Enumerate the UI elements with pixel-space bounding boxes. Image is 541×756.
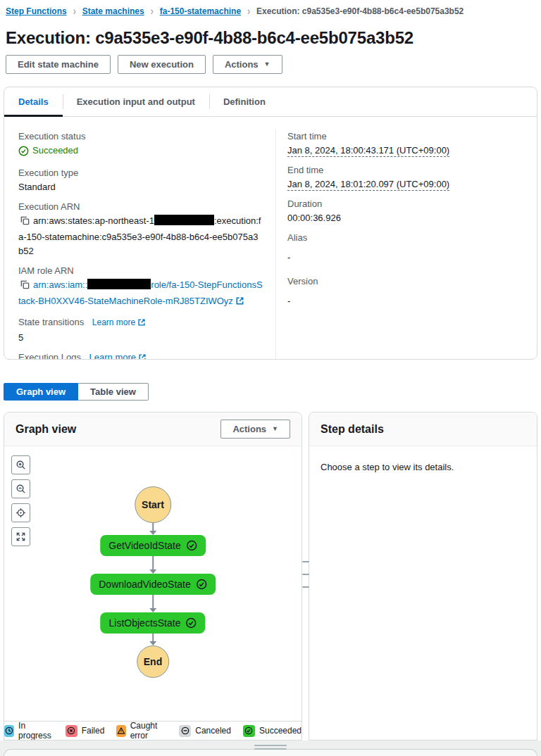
execution-type-value: Standard xyxy=(18,180,263,194)
version-field: Version - xyxy=(287,275,526,308)
breadcrumb-current-execution: Execution: c9a535e3-e90f-4b88-b6c4-ee5b0… xyxy=(256,6,464,16)
table-view-toggle[interactable]: Table view xyxy=(78,383,149,401)
edit-state-machine-button[interactable]: Edit state machine xyxy=(6,55,111,74)
graph-split-container: Graph view Actions ▼ xyxy=(4,412,537,741)
tab-definition[interactable]: Definition xyxy=(209,87,280,116)
execution-details-card: Details Execution input and output Defin… xyxy=(4,87,537,360)
failed-x-circle-icon xyxy=(66,725,77,737)
tab-bar: Details Execution input and output Defin… xyxy=(4,87,537,117)
flow-edge xyxy=(149,595,156,612)
step-details-title: Step details xyxy=(321,423,384,436)
breadcrumb-state-machines[interactable]: State machines xyxy=(82,6,144,16)
flow-node-listobjectsstate[interactable]: ListObjectsState xyxy=(101,612,206,634)
execution-logs-label: Execution Logs xyxy=(18,352,81,360)
new-execution-button[interactable]: New execution xyxy=(118,55,206,74)
flow-node-start[interactable]: Start xyxy=(135,486,171,523)
actions-button[interactable]: Actions ▼ xyxy=(213,55,282,74)
redaction-box xyxy=(154,215,214,225)
flow-node-getvideoidstate[interactable]: GetVideoIdState xyxy=(100,535,205,556)
legend-label: Canceled xyxy=(195,726,231,736)
details-right-column: Start time Jan 8, 2024, 18:00:43.171 (UT… xyxy=(276,130,526,360)
execution-type-field: Execution type Standard xyxy=(18,166,263,194)
divider-grip-icon xyxy=(302,561,309,588)
state-machine-flow: Start GetVideoIdState DownloadVideoState… xyxy=(90,486,216,678)
chevron-right-icon: › xyxy=(73,5,76,18)
state-transitions-field: State transitions Learn more 5 xyxy=(18,315,263,345)
details-left-column: Execution status Succeeded Execution typ… xyxy=(18,130,276,360)
panel-resize-divider[interactable] xyxy=(302,412,309,741)
execution-logs-field: Execution Logs Learn more CloudWatch Log… xyxy=(18,351,263,360)
caret-down-icon: ▼ xyxy=(272,423,278,435)
legend-canceled: Canceled xyxy=(179,725,231,737)
copy-icon[interactable] xyxy=(20,215,30,230)
alias-field: Alias - xyxy=(287,231,526,265)
center-target-icon xyxy=(15,508,26,518)
end-time-field: End time Jan 8, 2024, 18:01:20.097 (UTC+… xyxy=(287,163,526,191)
execution-arn-label: Execution ARN xyxy=(18,200,263,214)
alias-label: Alias xyxy=(287,231,526,245)
succeeded-check-icon xyxy=(196,579,207,590)
end-time-label: End time xyxy=(287,163,526,177)
succeeded-check-icon xyxy=(185,617,197,629)
step-details-panel: Step details Choose a step to view its d… xyxy=(309,412,537,741)
tab-execution-input-output[interactable]: Execution input and output xyxy=(63,87,209,116)
flow-node-downloadvideostate[interactable]: DownloadVideoState xyxy=(90,574,216,595)
iam-role-arn-label: IAM role ARN xyxy=(18,264,263,278)
execution-type-label: Execution type xyxy=(18,166,263,180)
state-transitions-learn-more-link[interactable]: Learn more xyxy=(92,317,146,327)
legend-succeeded: Succeeded xyxy=(243,725,301,737)
duration-label: Duration xyxy=(287,197,526,211)
fit-to-screen-button[interactable] xyxy=(11,527,30,546)
external-link-icon xyxy=(137,317,146,331)
start-time-field: Start time Jan 8, 2024, 18:00:43.171 (UT… xyxy=(287,130,526,158)
copy-icon[interactable] xyxy=(20,279,30,294)
legend-caught-error: Caught error xyxy=(116,721,167,741)
expand-arrows-icon xyxy=(15,531,26,542)
state-node-label: ListObjectsState xyxy=(109,617,181,629)
execution-arn-prefix: arn:aws:states:ap-northeast-1 xyxy=(33,215,154,226)
breadcrumb-step-functions[interactable]: Step Functions xyxy=(6,6,67,16)
execution-arn-field: Execution ARN arn:aws:states:ap-northeas… xyxy=(18,200,263,258)
legend-label: Caught error xyxy=(130,721,168,741)
collapsed-bottom-panel[interactable] xyxy=(4,749,537,756)
breadcrumb: Step Functions › State machines › fa-150… xyxy=(0,0,541,16)
in-progress-clock-icon xyxy=(4,725,14,737)
actions-button-label: Actions xyxy=(225,58,259,70)
success-check-circle-icon xyxy=(18,146,29,156)
end-time-value: Jan 8, 2024, 18:01:20.097 (UTC+09:00) xyxy=(287,179,449,191)
status-badge: Succeeded xyxy=(18,144,78,158)
external-link-icon xyxy=(235,296,244,310)
flow-node-end[interactable]: End xyxy=(137,645,169,678)
zoom-in-button[interactable] xyxy=(11,455,30,474)
graph-canvas[interactable]: Start GetVideoIdState DownloadVideoState… xyxy=(4,446,301,721)
legend-label: In progress xyxy=(18,721,54,741)
graph-actions-label: Actions xyxy=(232,423,266,435)
legend-label: Failed xyxy=(82,726,105,736)
legend-label: Succeeded xyxy=(259,726,301,736)
tab-details[interactable]: Details xyxy=(4,87,63,116)
start-time-label: Start time xyxy=(287,130,526,144)
graph-view-toggle[interactable]: Graph view xyxy=(4,383,78,401)
bottom-panel-band xyxy=(0,741,541,756)
zoom-out-icon xyxy=(15,484,26,494)
view-toggle: Graph view Table view xyxy=(4,383,149,401)
step-details-empty-message: Choose a step to view its details. xyxy=(309,446,537,489)
start-time-value: Jan 8, 2024, 18:00:43.171 (UTC+09:00) xyxy=(287,145,449,157)
toolbar: Edit state machine New execution Actions… xyxy=(6,55,535,74)
breadcrumb-statemachine[interactable]: fa-150-statemachine xyxy=(160,6,241,16)
graph-zoom-controls xyxy=(11,455,30,546)
chevron-right-icon: › xyxy=(247,5,250,18)
succeeded-check-icon xyxy=(186,540,197,551)
graph-view-panel: Graph view Actions ▼ xyxy=(4,412,302,741)
graph-actions-button[interactable]: Actions ▼ xyxy=(220,420,290,439)
execution-logs-learn-more-link[interactable]: Learn more xyxy=(89,352,147,360)
duration-value: 00:00:36.926 xyxy=(287,211,526,225)
version-label: Version xyxy=(287,275,526,289)
caret-down-icon: ▼ xyxy=(264,58,270,70)
center-graph-button[interactable] xyxy=(11,503,30,522)
graph-legend: In progress Failed Caught error Canceled xyxy=(4,721,301,740)
zoom-out-button[interactable] xyxy=(11,479,30,498)
horizontal-resize-handle[interactable] xyxy=(254,745,287,750)
iam-role-arn-link[interactable]: arn:aws:iam::role/fa-150-StepFunctionsSt… xyxy=(18,279,263,306)
legend-in-progress: In progress xyxy=(4,721,54,741)
